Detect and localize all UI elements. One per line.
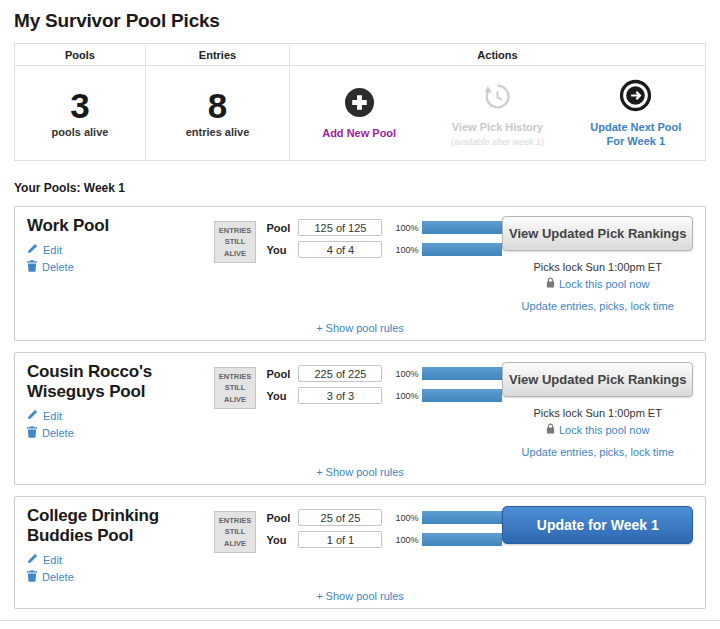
you-entries-percent: 100% <box>395 391 422 401</box>
pool-name: College Drinking Buddies Pool <box>27 506 214 546</box>
entries-alive-count: 8 <box>208 88 227 123</box>
edit-link[interactable]: Edit <box>27 553 214 566</box>
pool-row-label: Pool <box>266 512 298 524</box>
delete-label: Delete <box>42 427 74 439</box>
trash-icon <box>27 260 37 274</box>
pool-entries-row: Pool 225 of 225 100% <box>266 365 502 382</box>
pool-card-cousin-roccos: Cousin Rocco's Wiseguys Pool Edit Delete… <box>14 352 706 485</box>
card-main: College Drinking Buddies Pool Edit Delet… <box>27 506 693 584</box>
trash-icon <box>27 570 37 584</box>
show-pool-rules-link[interactable]: + Show pool rules <box>316 322 404 334</box>
entries-still-alive-badge: ENTRIES STILL ALIVE <box>214 367 257 409</box>
delete-link[interactable]: Delete <box>27 570 214 584</box>
pool-card-work-pool: Work Pool Edit Delete ENTRIES STILL ALIV… <box>14 206 706 341</box>
you-row-label: You <box>266 244 298 256</box>
pool-entries-row: Pool 25 of 25 100% <box>266 509 502 526</box>
edit-label: Edit <box>43 244 62 256</box>
pool-entries-percent: 100% <box>395 513 422 523</box>
you-row-label: You <box>266 390 298 402</box>
you-row-label: You <box>266 534 298 546</box>
pool-entries-progress-bar <box>422 511 502 524</box>
arrow-right-circle-icon <box>619 79 652 116</box>
pencil-icon <box>27 409 38 422</box>
view-pick-rankings-button[interactable]: View Updated Pick Rankings <box>502 362 693 397</box>
badge-line: ENTRIES <box>215 515 256 526</box>
delete-link[interactable]: Delete <box>27 260 214 274</box>
you-entries-progress-bar <box>422 389 502 402</box>
lock-icon <box>546 277 555 290</box>
update-entries-picks-link[interactable]: Update entries, picks, lock time <box>522 300 674 312</box>
you-entries-value: 3 of 3 <box>298 387 382 404</box>
add-new-pool-label: Add New Pool <box>322 127 396 141</box>
badge-line: ENTRIES <box>215 225 256 236</box>
pool-stats: Pool 225 of 225 100% You 3 of 3 100% <box>266 365 502 409</box>
card-main: Cousin Rocco's Wiseguys Pool Edit Delete… <box>27 362 693 458</box>
entries-still-alive-badge: ENTRIES STILL ALIVE <box>214 221 257 263</box>
view-pick-rankings-button[interactable]: View Updated Pick Rankings <box>502 216 693 251</box>
lock-pool-now-link[interactable]: Lock this pool now <box>559 278 650 290</box>
pool-card-college-drinking-buddies: College Drinking Buddies Pool Edit Delet… <box>14 496 706 609</box>
pool-name: Work Pool <box>27 216 214 236</box>
badge-line: STILL <box>215 236 256 247</box>
pool-actions: View Updated Pick Rankings Picks lock Su… <box>502 362 693 458</box>
you-entries-percent: 100% <box>395 245 422 255</box>
view-pick-history-action[interactable]: View Pick History (available after week … <box>428 66 566 160</box>
update-settings-row: Update entries, picks, lock time <box>502 300 693 312</box>
pool-info: Work Pool Edit Delete <box>27 216 214 274</box>
show-pool-rules-row: + Show pool rules <box>15 466 705 478</box>
column-header-entries: Entries <box>146 44 290 65</box>
entries-alive-cell: 8 entries alive <box>146 66 290 160</box>
pools-alive-cell: 3 pools alive <box>15 66 146 160</box>
column-header-pools: Pools <box>15 44 146 65</box>
update-for-week-button[interactable]: Update for Week 1 <box>502 506 693 544</box>
pool-row-label: Pool <box>266 222 298 234</box>
lock-pool-row: Lock this pool now <box>502 277 693 290</box>
history-clock-icon <box>481 81 513 116</box>
edit-label: Edit <box>43 410 62 422</box>
pool-entries-value: 125 of 125 <box>298 219 382 236</box>
column-header-actions: Actions <box>290 44 705 65</box>
pool-actions: View Updated Pick Rankings Picks lock Su… <box>502 216 693 312</box>
entries-still-alive-badge: ENTRIES STILL ALIVE <box>214 511 257 553</box>
update-next-pool-action[interactable]: Update Next Pool For Week 1 <box>567 66 705 160</box>
update-settings-row: Update entries, picks, lock time <box>502 446 693 458</box>
edit-label: Edit <box>43 554 62 566</box>
pencil-icon <box>27 243 38 256</box>
badge-line: ALIVE <box>215 538 256 549</box>
summary-header-row: Pools Entries Actions <box>15 44 705 66</box>
summary-actions-cell: Add New Pool View Pick History (availabl… <box>290 66 705 160</box>
pool-entries-progress-bar <box>422 221 502 234</box>
pool-entries-value: 225 of 225 <box>298 365 382 382</box>
you-entries-row: You 1 of 1 100% <box>266 531 502 548</box>
survivor-pool-picks-page: My Survivor Pool Picks Pools Entries Act… <box>0 0 720 609</box>
badge-line: ALIVE <box>215 394 256 405</box>
update-entries-picks-link[interactable]: Update entries, picks, lock time <box>522 446 674 458</box>
delete-link[interactable]: Delete <box>27 426 214 440</box>
show-pool-rules-row: + Show pool rules <box>15 322 705 334</box>
delete-label: Delete <box>42 571 74 583</box>
you-entries-progress-bar <box>422 243 502 256</box>
pool-links: Edit Delete <box>27 553 214 584</box>
show-pool-rules-link[interactable]: + Show pool rules <box>316 466 404 478</box>
edit-link[interactable]: Edit <box>27 409 214 422</box>
you-entries-row: You 3 of 3 100% <box>266 387 502 404</box>
page-title: My Survivor Pool Picks <box>14 0 706 32</box>
pool-links: Edit Delete <box>27 409 214 440</box>
pool-stats: Pool 125 of 125 100% You 4 of 4 100% <box>266 219 502 263</box>
you-entries-percent: 100% <box>395 535 422 545</box>
card-main: Work Pool Edit Delete ENTRIES STILL ALIV… <box>27 216 693 312</box>
edit-link[interactable]: Edit <box>27 243 214 256</box>
lock-icon <box>546 423 555 436</box>
add-new-pool-action[interactable]: Add New Pool <box>290 66 428 160</box>
you-entries-value: 4 of 4 <box>298 241 382 258</box>
view-pick-history-note: (available after week 1) <box>451 137 544 147</box>
show-pool-rules-link[interactable]: + Show pool rules <box>316 590 404 602</box>
lock-pool-row: Lock this pool now <box>502 423 693 436</box>
pools-alive-label: pools alive <box>52 126 109 138</box>
summary-table: Pools Entries Actions 3 pools alive 8 en… <box>14 43 706 161</box>
pool-entries-percent: 100% <box>395 223 422 233</box>
badge-line: ENTRIES <box>215 371 256 382</box>
trash-icon <box>27 426 37 440</box>
lock-pool-now-link[interactable]: Lock this pool now <box>559 424 650 436</box>
bottom-divider <box>0 620 720 621</box>
